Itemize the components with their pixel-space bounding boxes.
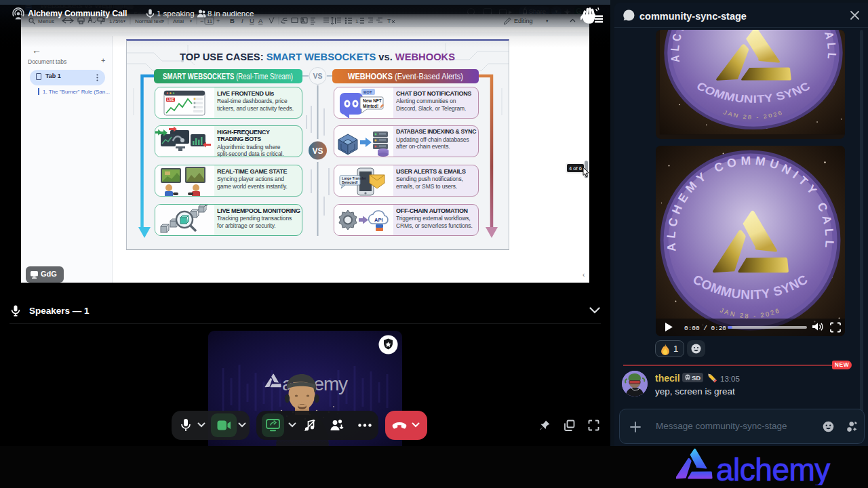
- svg-text:LIVE: LIVE: [167, 98, 174, 102]
- svg-text:alchemy: alchemy: [716, 452, 830, 486]
- svg-text:New NFT: New NFT: [363, 98, 382, 103]
- svg-text:SMART WEBSOCKETS (Real-Time St: SMART WEBSOCKETS (Real-Time Stream): [163, 72, 293, 81]
- svg-text:TOP USE CASES: SMART WEBSOCKET: TOP USE CASES: SMART WEBSOCKETS vs. WEBH…: [180, 51, 455, 62]
- svg-text:VS: VS: [313, 72, 322, 80]
- svg-text:Minted!: Minted!: [363, 104, 378, 108]
- svg-text:VS: VS: [312, 146, 323, 156]
- svg-text:4 of 6: 4 of 6: [569, 165, 582, 171]
- svg-text:0:00 / 0:20: 0:00 / 0:20: [684, 325, 726, 332]
- svg-text:WEBHOOKS (Event-Based Alerts): WEBHOOKS (Event-Based Alerts): [348, 72, 463, 81]
- svg-text:API: API: [374, 217, 383, 223]
- svg-text:Detected!: Detected!: [342, 180, 358, 184]
- svg-text:BOT: BOT: [363, 90, 372, 94]
